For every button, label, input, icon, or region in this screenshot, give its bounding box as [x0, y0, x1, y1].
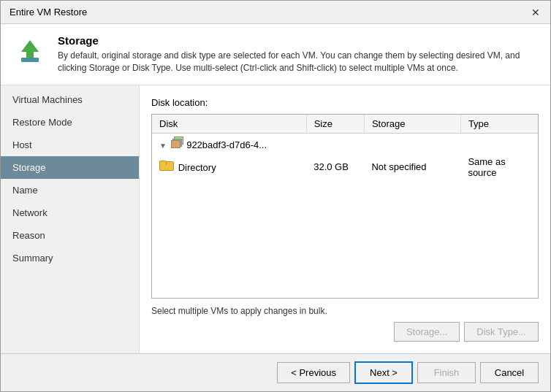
sidebar-item-host[interactable]: Host: [1, 134, 139, 156]
action-buttons: Storage... Disk Type...: [151, 322, 539, 342]
finish-button[interactable]: Finish: [417, 362, 476, 383]
cancel-button[interactable]: Cancel: [480, 362, 539, 383]
sidebar-item-reason[interactable]: Reason: [1, 224, 139, 247]
sidebar-item-virtual-machines[interactable]: Virtual Machines: [1, 88, 139, 111]
main-panel: Disk location: Disk Size Storage Type: [140, 85, 550, 353]
col-header-type: Type: [460, 115, 538, 134]
next-button[interactable]: Next >: [354, 361, 413, 384]
header-description: By default, original storage and disk ty…: [58, 50, 539, 74]
disk-type-button[interactable]: Disk Type...: [464, 322, 539, 342]
dir-row-size: 32.0 GB: [306, 153, 364, 181]
content-area: Virtual Machines Restore Mode Host Stora…: [1, 85, 550, 353]
disk-table: Disk Size Storage Type ▼: [152, 115, 538, 181]
table-header-row: Disk Size Storage Type: [152, 115, 538, 134]
disk-location-label: Disk location:: [151, 97, 539, 108]
storage-icon: [15, 37, 45, 66]
vm-row-type: [460, 133, 538, 153]
col-header-storage: Storage: [364, 115, 460, 134]
dir-row-disk: Directory: [152, 153, 306, 181]
dir-row-type: Same as source: [460, 153, 538, 181]
svg-rect-0: [21, 58, 39, 62]
col-header-size: Size: [306, 115, 364, 134]
directory-icon: [159, 161, 172, 171]
close-button[interactable]: ✕: [530, 7, 542, 18]
sidebar-item-name[interactable]: Name: [1, 179, 139, 201]
sidebar-item-storage[interactable]: Storage: [1, 156, 139, 179]
footer: < Previous Next > Finish Cancel: [1, 353, 550, 391]
table-row[interactable]: Directory 32.0 GB Not specified Same as …: [152, 153, 538, 181]
vm-row-disk: ▼ 922badf3-d7d6-4...: [152, 133, 306, 153]
sidebar-item-restore-mode[interactable]: Restore Mode: [1, 111, 139, 134]
previous-button[interactable]: < Previous: [277, 362, 350, 383]
window-title: Entire VM Restore: [10, 7, 87, 18]
title-bar: Entire VM Restore ✕: [1, 1, 550, 24]
vm-row-storage: [364, 133, 460, 153]
main-window: Entire VM Restore ✕ Storage By default, …: [0, 0, 551, 392]
table-row[interactable]: ▼ 922badf3-d7d6-4...: [152, 133, 538, 153]
header-text: Storage By default, original storage and…: [58, 34, 539, 74]
sidebar: Virtual Machines Restore Mode Host Stora…: [1, 85, 140, 353]
sidebar-item-summary[interactable]: Summary: [1, 247, 139, 269]
header-title: Storage: [58, 34, 539, 47]
vm-row-size: [306, 133, 364, 153]
storage-button[interactable]: Storage...: [394, 322, 460, 342]
disk-table-wrapper[interactable]: Disk Size Storage Type ▼: [151, 114, 539, 299]
vm-icon: [171, 137, 184, 148]
sidebar-item-network[interactable]: Network: [1, 201, 139, 224]
col-header-disk: Disk: [152, 115, 306, 134]
expand-arrow-icon[interactable]: ▼: [159, 142, 167, 150]
svg-marker-1: [21, 40, 39, 58]
bulk-hint: Select multiple VMs to apply changes in …: [151, 306, 539, 316]
dir-row-storage: Not specified: [364, 153, 460, 181]
header-section: Storage By default, original storage and…: [1, 24, 550, 85]
header-icon: [12, 34, 48, 69]
